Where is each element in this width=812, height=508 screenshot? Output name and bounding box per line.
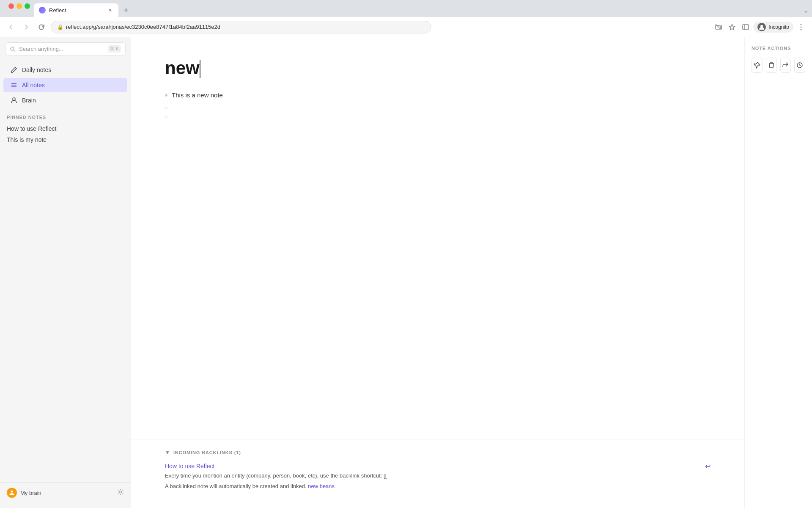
pinned-notes-label: PINNED NOTES [7,115,124,120]
incognito-label: Incognito [768,24,789,30]
svg-point-15 [11,491,13,493]
brain-label: Brain [22,97,36,104]
search-placeholder: Search anything... [19,46,104,52]
pinned-notes-section: PINNED NOTES How to use Reflect This is … [0,115,131,145]
backlink-title-link[interactable]: How to use Reflect [165,463,215,469]
main-scroll: new This is a new note [131,37,744,508]
nav-right-controls: Incognito [713,21,807,33]
browser-menu-button[interactable] [795,21,807,33]
navigation-bar: 🔒 reflect.app/g/sarahjonas/ec3230c0ee874… [0,17,812,37]
pin-note-button[interactable] [752,58,763,73]
edit-icon [10,66,18,74]
backlink-line2-text: A backlinked note will automatically be … [165,483,308,489]
camera-off-icon[interactable] [713,21,724,33]
backlink-text-line2: A backlinked note will automatically be … [165,482,710,491]
browser-tab-reflect[interactable]: Reflect ✕ [34,3,118,17]
list-icon [10,81,18,89]
svg-point-9 [11,47,14,50]
note-actions-panel: NOTE ACTIONS [744,37,812,508]
daily-notes-label: Daily notes [22,66,51,73]
bullet-text-1: This is a new note [172,90,223,100]
svg-point-7 [801,26,802,28]
url-text: reflect.app/g/sarahjonas/ec3230c0ee8747f… [66,24,220,30]
bullet-item-3[interactable] [165,110,710,119]
brain-name-label: My brain [20,490,41,496]
window-minimize-button[interactable] [16,3,22,9]
window-maximize-button[interactable] [25,3,30,9]
brain-avatar [7,488,17,498]
app-layout: Search anything... ⌘ K Daily notes All n… [0,37,812,508]
backlink-text-line1: Every time you mention an entity (compan… [165,472,710,480]
backlinks-header[interactable]: ▼ INCOMING BACKLINKS (1) [165,450,710,456]
tab-list-icon[interactable]: ⌄ [803,6,809,14]
person-icon [10,97,18,104]
bullet-dot-empty [165,107,167,109]
url-bar[interactable]: 🔒 reflect.app/g/sarahjonas/ec3230c0ee874… [51,21,431,33]
tab-close-button[interactable]: ✕ [107,7,113,14]
sidebar-item-daily-notes[interactable]: Daily notes [3,63,127,77]
sidebar-item-brain[interactable]: Brain [3,93,127,108]
search-icon [10,46,16,52]
sidebar-item-all-notes[interactable]: All notes [3,78,127,92]
sidebar-toggle-icon[interactable] [740,21,752,33]
bullet-item-1[interactable]: This is a new note [165,89,710,102]
backlinks-section: ▼ INCOMING BACKLINKS (1) How to use Refl… [131,439,744,508]
text-cursor [200,60,200,78]
note-area[interactable]: new This is a new note [131,37,744,439]
incognito-icon [757,23,766,31]
tab-favicon [39,7,46,14]
history-note-button[interactable] [794,58,805,73]
backlink-new-beans-link[interactable]: new beans [308,483,335,489]
svg-point-14 [13,98,15,100]
window-close-button[interactable] [8,3,14,9]
share-note-button[interactable] [780,58,791,73]
sidebar-settings-button[interactable] [117,489,124,497]
note-action-buttons [752,58,805,73]
url-lock-icon: 🔒 [57,24,63,30]
sidebar-bottom: My brain [0,482,131,503]
new-tab-button[interactable]: + [120,4,132,16]
svg-point-16 [120,491,122,493]
bullet-item-2[interactable] [165,102,710,110]
forward-button[interactable] [20,21,32,33]
main-with-actions: new This is a new note [131,37,812,508]
bullet-dot-empty-2 [165,116,167,118]
tab-controls: ⌄ [803,6,812,14]
bullet-dot [165,94,167,97]
search-bar[interactable]: Search anything... ⌘ K [5,42,126,55]
tab-title: Reflect [49,7,103,14]
svg-rect-3 [743,25,749,30]
backlinks-chevron-icon: ▼ [165,450,170,456]
svg-rect-0 [716,25,720,29]
bookmark-star-icon[interactable] [726,21,738,33]
backlink-item-1: How to use Reflect Every time you mentio… [165,462,710,498]
svg-point-8 [801,29,802,30]
pinned-note-my-note[interactable]: This is my note [7,134,124,145]
backlink-reply-icon[interactable]: ↩ [705,462,710,470]
svg-point-6 [801,24,802,25]
bullet-list: This is a new note [165,89,710,119]
back-button[interactable] [5,21,17,33]
sidebar: Search anything... ⌘ K Daily notes All n… [0,37,131,508]
backlinks-title: INCOMING BACKLINKS (1) [173,450,241,455]
svg-marker-2 [729,24,735,30]
all-notes-label: All notes [22,82,45,88]
note-actions-label: NOTE ACTIONS [752,46,805,51]
incognito-button[interactable]: Incognito [753,22,793,33]
search-shortcut: ⌘ K [108,45,121,52]
svg-line-10 [14,50,15,52]
refresh-button[interactable] [36,21,47,33]
delete-note-button[interactable] [766,58,777,73]
pinned-note-how-to-use[interactable]: How to use Reflect [7,123,124,134]
note-title[interactable]: new [165,58,710,79]
